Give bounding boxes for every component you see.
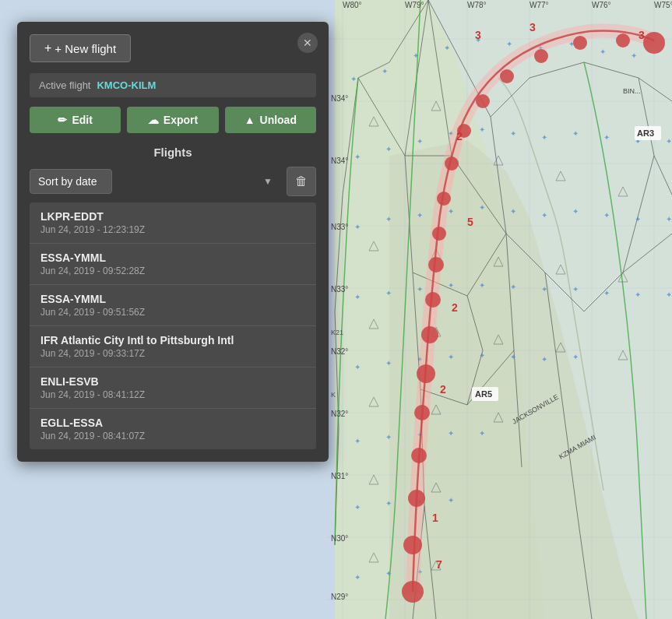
- flight-list-item[interactable]: EGLL-ESSAJun 24, 2019 - 08:41:07Z: [30, 409, 316, 449]
- svg-text:1: 1: [432, 512, 438, 524]
- flight-date-label: Jun 24, 2019 - 09:33:17Z: [40, 348, 305, 359]
- active-flight-label: Active flight: [39, 79, 90, 91]
- svg-text:✦: ✦: [354, 293, 361, 301]
- flight-list: LKPR-EDDTJun 24, 2019 - 12:23:19ZESSA-YM…: [30, 202, 316, 449]
- svg-text:W78°: W78°: [467, 1, 487, 9]
- svg-text:✦: ✦: [603, 211, 610, 220]
- svg-text:2: 2: [440, 383, 446, 396]
- svg-text:2: 2: [452, 301, 458, 314]
- svg-text:BIN...: BIN...: [623, 87, 641, 95]
- action-buttons: ✏ Edit ☁ Export ▲ Unload: [30, 107, 316, 133]
- svg-point-166: [432, 227, 446, 241]
- svg-text:W76°: W76°: [592, 1, 611, 9]
- svg-text:✦: ✦: [354, 153, 361, 161]
- sort-row: Sort by date Sort by name ▼ 🗑: [30, 167, 316, 196]
- sort-select[interactable]: Sort by date Sort by name: [30, 169, 112, 194]
- svg-text:✦: ✦: [448, 353, 454, 361]
- flight-list-container: LKPR-EDDTJun 24, 2019 - 12:23:19ZESSA-YM…: [30, 202, 316, 449]
- svg-text:✦: ✦: [417, 137, 423, 146]
- svg-point-161: [414, 405, 430, 420]
- svg-text:✦: ✦: [479, 203, 485, 212]
- svg-text:3: 3: [475, 29, 481, 41]
- export-button[interactable]: ☁ Export: [127, 107, 218, 133]
- svg-point-174: [616, 33, 630, 47]
- svg-text:3: 3: [530, 21, 536, 33]
- new-flight-button[interactable]: + + New flight: [30, 34, 131, 62]
- new-flight-label: + New flight: [55, 42, 116, 55]
- svg-point-165: [428, 257, 444, 273]
- svg-text:✦: ✦: [385, 359, 392, 368]
- svg-text:✦: ✦: [541, 133, 547, 142]
- svg-text:✦: ✦: [385, 569, 392, 578]
- svg-text:N33°: N33°: [331, 285, 348, 294]
- svg-text:✦: ✦: [382, 67, 388, 76]
- unload-icon: ▲: [245, 114, 255, 126]
- svg-text:K21: K21: [331, 329, 343, 336]
- svg-text:✦: ✦: [354, 363, 361, 371]
- svg-point-172: [534, 49, 548, 63]
- svg-point-170: [476, 94, 490, 108]
- svg-point-167: [437, 192, 451, 206]
- svg-point-164: [425, 292, 441, 308]
- svg-text:✦: ✦: [448, 281, 454, 290]
- close-button[interactable]: ✕: [297, 33, 318, 53]
- flights-section: Flights Sort by date Sort by name ▼ 🗑 LK…: [30, 146, 316, 449]
- svg-text:✦: ✦: [350, 75, 357, 83]
- flight-route-label: IFR Atlantic City Intl to Pittsburgh Int…: [40, 334, 305, 346]
- svg-text:W77°: W77°: [530, 1, 549, 9]
- svg-text:✦: ✦: [506, 40, 512, 48]
- flight-route-label: LKPR-EDDT: [40, 210, 305, 223]
- unload-button[interactable]: ▲ Unload: [225, 107, 316, 133]
- svg-text:✦: ✦: [510, 207, 516, 216]
- svg-text:✦: ✦: [631, 51, 637, 60]
- unload-label: Unload: [260, 114, 297, 126]
- flight-route-label: ESSA-YMML: [40, 251, 305, 264]
- svg-point-162: [417, 364, 435, 383]
- svg-text:3: 3: [639, 29, 645, 41]
- svg-text:✦: ✦: [572, 129, 579, 138]
- chevron-down-icon: ▼: [263, 176, 273, 187]
- flight-list-item[interactable]: ENLI-ESVBJun 24, 2019 - 08:41:12Z: [30, 368, 316, 409]
- svg-point-171: [500, 69, 514, 83]
- svg-text:✦: ✦: [600, 47, 606, 56]
- svg-text:✦: ✦: [413, 51, 419, 60]
- svg-text:W75°: W75°: [654, 1, 672, 9]
- edit-icon: ✏: [58, 114, 67, 126]
- svg-text:✦: ✦: [635, 215, 641, 223]
- svg-text:N33°: N33°: [331, 223, 348, 231]
- edit-button[interactable]: ✏ Edit: [30, 107, 121, 133]
- svg-text:K: K: [331, 391, 336, 399]
- svg-text:N31°: N31°: [331, 472, 348, 480]
- flight-list-item[interactable]: ESSA-YMMLJun 24, 2019 - 09:51:56Z: [30, 285, 316, 326]
- delete-all-button[interactable]: 🗑: [287, 167, 316, 196]
- svg-text:7: 7: [436, 558, 442, 571]
- svg-text:✦: ✦: [448, 429, 454, 438]
- svg-text:✦: ✦: [444, 44, 450, 52]
- svg-text:✦: ✦: [479, 429, 485, 438]
- svg-text:✦: ✦: [510, 129, 516, 138]
- svg-point-168: [445, 157, 459, 171]
- svg-text:✦: ✦: [479, 351, 485, 360]
- svg-text:W80°: W80°: [343, 1, 362, 9]
- svg-point-175: [643, 32, 665, 54]
- svg-text:✦: ✦: [385, 433, 392, 441]
- svg-text:✦: ✦: [666, 137, 672, 146]
- svg-point-159: [408, 490, 425, 507]
- flight-date-label: Jun 24, 2019 - 08:41:07Z: [40, 431, 305, 441]
- svg-text:✦: ✦: [479, 281, 485, 290]
- svg-point-157: [402, 581, 424, 603]
- svg-point-173: [573, 36, 587, 50]
- svg-text:✦: ✦: [417, 211, 423, 220]
- flights-title: Flights: [30, 146, 316, 159]
- flight-list-item[interactable]: ESSA-YMMLJun 24, 2019 - 09:52:28Z: [30, 244, 316, 285]
- svg-text:✦: ✦: [385, 145, 392, 153]
- svg-text:✦: ✦: [385, 215, 392, 223]
- svg-text:✦: ✦: [417, 285, 423, 294]
- flight-date-label: Jun 24, 2019 - 12:23:19Z: [40, 224, 305, 235]
- svg-text:✦: ✦: [666, 215, 672, 223]
- flight-list-item[interactable]: LKPR-EDDTJun 24, 2019 - 12:23:19Z: [30, 202, 316, 244]
- flight-route-label: ENLI-ESVB: [40, 375, 305, 388]
- svg-text:✦: ✦: [510, 283, 516, 291]
- flight-list-item[interactable]: IFR Atlantic City Intl to Pittsburgh Int…: [30, 326, 316, 368]
- svg-text:✦: ✦: [479, 125, 485, 134]
